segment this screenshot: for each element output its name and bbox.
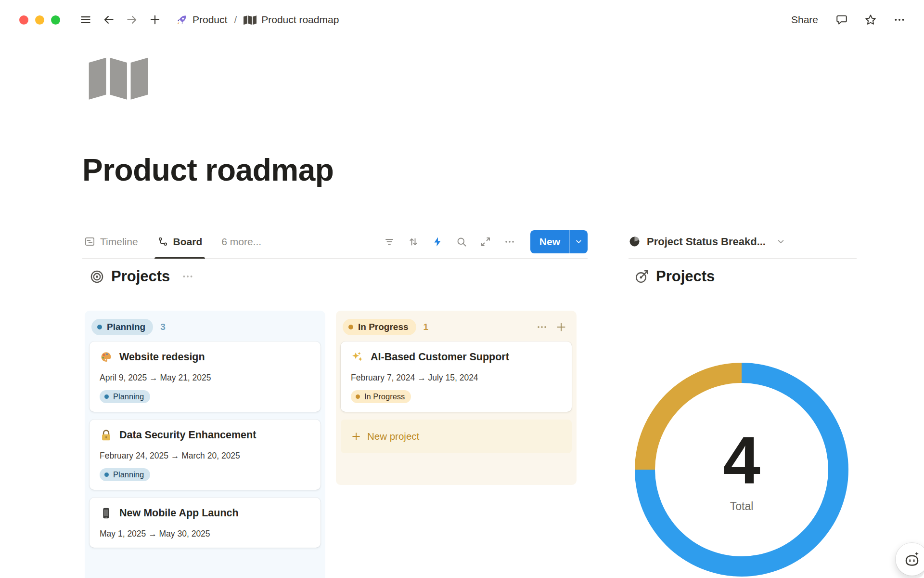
- ellipsis-icon: [504, 236, 515, 248]
- new-button-group: New: [530, 230, 588, 253]
- donut-center: 4 Total: [635, 363, 848, 577]
- board-column-in-progress: In Progress 1 AI-Based Customer Support …: [336, 311, 577, 485]
- close-window-button[interactable]: [19, 15, 28, 25]
- sort-icon: [408, 236, 419, 248]
- card-title: AI-Based Customer Support: [371, 351, 509, 363]
- project-card[interactable]: Website redesign April 9, 2025 → May 21,…: [90, 342, 321, 412]
- tab-label: Board: [173, 236, 203, 248]
- column-count: 1: [424, 322, 429, 332]
- arrow-left-icon: [103, 13, 115, 26]
- status-label: Planning: [107, 322, 145, 332]
- board-column-planning: Planning 3 Website redesign April 9, 202…: [85, 311, 325, 578]
- status-dot: [104, 394, 109, 399]
- project-card[interactable]: AI-Based Customer Support February 7, 20…: [341, 342, 572, 412]
- hamburger-icon: [79, 13, 92, 26]
- forward-button[interactable]: [122, 10, 142, 30]
- search-button[interactable]: [452, 233, 471, 251]
- status-pill-in-progress[interactable]: In Progress: [343, 319, 416, 335]
- tab-timeline[interactable]: Timeline: [82, 225, 140, 258]
- breadcrumb-item-product[interactable]: Product: [173, 12, 230, 28]
- column-header: Planning 3: [90, 315, 321, 339]
- tab-more-views[interactable]: 6 more...: [219, 225, 263, 258]
- card-title: New Mobile App Launch: [119, 507, 239, 519]
- chevron-down-icon: [574, 237, 583, 246]
- new-page-button[interactable]: [145, 10, 165, 30]
- board-section-options-button[interactable]: [180, 268, 196, 285]
- view-toolbar: New: [380, 230, 588, 253]
- share-button[interactable]: Share: [786, 12, 823, 27]
- sidebar-menu-button[interactable]: [76, 10, 96, 30]
- card-dates: April 9, 2025 → May 21, 2025: [100, 373, 310, 383]
- sort-button[interactable]: [404, 233, 423, 251]
- target-arrow-icon: [634, 269, 649, 284]
- star-icon: [864, 13, 877, 26]
- pie-chart-icon: [629, 236, 641, 248]
- breadcrumb-label: Product roadmap: [261, 14, 339, 26]
- column-add-button[interactable]: [552, 318, 570, 336]
- view-tabs-row: Timeline Board 6 more... New: [82, 225, 588, 259]
- timeline-icon: [84, 236, 95, 247]
- status-tag: Planning: [100, 390, 150, 403]
- plus-icon: [149, 13, 161, 26]
- map-icon: [244, 15, 257, 25]
- status-widget-row: Project Status Breakd...: [629, 225, 857, 259]
- zoom-window-button[interactable]: [51, 15, 60, 25]
- status-pill-planning[interactable]: Planning: [91, 319, 153, 335]
- status-tag: Planning: [100, 468, 150, 481]
- automations-button[interactable]: [428, 233, 447, 251]
- breadcrumb-separator: /: [234, 14, 237, 26]
- project-card[interactable]: New Mobile App Launch May 1, 2025 → May …: [90, 498, 321, 548]
- ellipsis-icon: [893, 13, 906, 26]
- comments-button[interactable]: [832, 10, 852, 30]
- chart-section-header: Projects: [634, 268, 715, 285]
- breadcrumb: Product / Product roadmap: [173, 12, 342, 28]
- column-options-button[interactable]: [533, 318, 551, 336]
- new-button-dropdown[interactable]: [569, 230, 588, 253]
- status-label: In Progress: [358, 322, 409, 332]
- column-count: 3: [160, 322, 166, 332]
- board-icon: [157, 236, 168, 247]
- breadcrumb-item-product-roadmap[interactable]: Product roadmap: [241, 12, 342, 27]
- minimize-window-button[interactable]: [35, 15, 44, 25]
- column-header: In Progress 1: [341, 315, 572, 339]
- mobile-phone-icon: [100, 507, 113, 520]
- page-title: Product roadmap: [82, 152, 334, 188]
- arrow-right-icon: [126, 13, 138, 26]
- new-project-button[interactable]: New project: [341, 420, 572, 453]
- card-title: Website redesign: [119, 351, 205, 363]
- map-icon: [89, 56, 148, 100]
- filter-button[interactable]: [380, 233, 398, 251]
- ai-face-icon: [903, 551, 921, 568]
- board-section-header: Projects: [90, 268, 196, 285]
- project-card[interactable]: Data Security Enhancement February 24, 2…: [90, 420, 321, 490]
- palette-icon: [100, 351, 113, 364]
- more-options-button[interactable]: [889, 10, 910, 30]
- status-dot: [348, 325, 353, 329]
- ai-assistant-button[interactable]: [896, 543, 924, 576]
- page-icon-button[interactable]: [89, 56, 148, 100]
- status-tag: In Progress: [351, 390, 411, 403]
- status-widget-selector[interactable]: Project Status Breakd...: [629, 236, 786, 248]
- chart-total-value: 4: [723, 427, 760, 494]
- favorite-button[interactable]: [860, 10, 881, 30]
- rocket-icon: [176, 14, 188, 26]
- chart-section-title: Projects: [656, 268, 715, 285]
- column-tools: [533, 318, 570, 336]
- chart-total-label: Total: [730, 500, 754, 513]
- ellipsis-icon: [536, 321, 548, 333]
- tab-label: Timeline: [100, 236, 138, 248]
- plus-icon: [351, 431, 361, 442]
- new-button[interactable]: New: [530, 230, 569, 253]
- new-project-label: New project: [367, 431, 419, 442]
- status-dot: [104, 473, 109, 477]
- card-dates: May 1, 2025 → May 30, 2025: [100, 529, 310, 539]
- view-options-button[interactable]: [500, 233, 519, 251]
- ellipsis-icon: [181, 270, 194, 283]
- back-button[interactable]: [99, 10, 119, 30]
- lock-icon: [100, 429, 113, 442]
- status-widget-label: Project Status Breakd...: [647, 236, 766, 248]
- expand-view-button[interactable]: [476, 233, 495, 251]
- board-section-title: Projects: [111, 268, 170, 285]
- tab-board[interactable]: Board: [155, 225, 205, 258]
- sparkles-icon: [351, 351, 364, 364]
